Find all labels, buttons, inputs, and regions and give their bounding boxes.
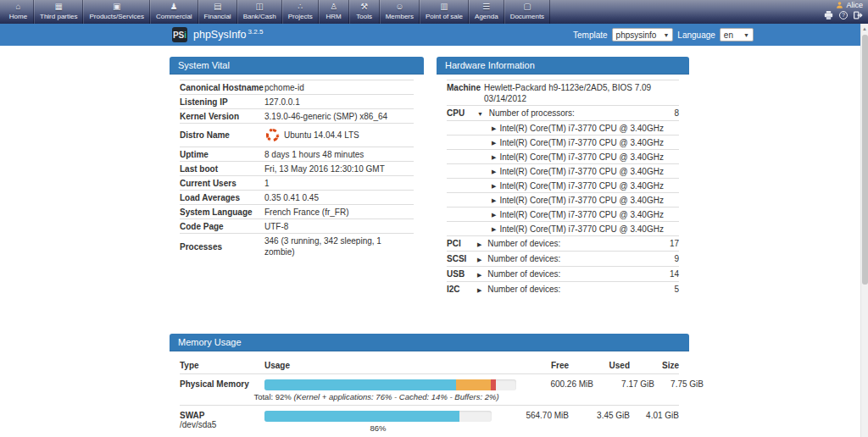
point-of-sale-icon: ▥ [440, 2, 448, 12]
row-value: 8 days 1 hours 48 minutes [264, 149, 414, 160]
cpu-core-name: Intel(R) Core(TM) i7-3770 CPU @ 3.40GHz [499, 137, 664, 148]
caption-detail: (Kernel + applications: 76% - Cached: 14… [293, 392, 498, 401]
row-label: CPU [447, 108, 474, 119]
expand-toggle-icon[interactable]: ▶ [492, 180, 496, 191]
expand-toggle-icon[interactable]: ▶ [492, 137, 496, 148]
menu-item-label: Projects [288, 13, 313, 21]
vital-row-current-users: Current Users 1 [180, 175, 414, 190]
menu-item-label: Commercial [156, 13, 192, 21]
memory-free: 600.26 MiB [530, 379, 593, 401]
template-select[interactable]: phpsysinfo ▼ [612, 28, 674, 41]
memory-size: 7.75 GiB [654, 379, 704, 401]
ubuntu-logo-icon [264, 127, 281, 143]
chevron-down-icon: ▼ [663, 32, 669, 38]
user-name: Alice [846, 1, 863, 9]
menu-item-label: Bank/Cash [243, 13, 276, 21]
vital-row-listening-ip: Listening IP 127.0.0.1 [180, 94, 414, 108]
vital-row-system-language: System Language French France (fr_FR) [180, 204, 414, 218]
menu-item-label: Point of sale [426, 13, 463, 21]
menu-item-members[interactable]: ☺ Members [380, 0, 420, 24]
row-label: Listening IP [180, 97, 264, 108]
expand-toggle-icon[interactable]: ▶ [492, 224, 496, 235]
row-value: UTF-8 [264, 221, 414, 232]
row-label: SCSI [447, 253, 474, 265]
row-label: Machine [447, 82, 481, 104]
language-select[interactable]: en ▼ [720, 28, 754, 41]
expand-toggle-icon[interactable]: ▶ [477, 241, 481, 247]
menu-item-financial[interactable]: ▤ Financial [198, 0, 237, 24]
menu-item-documents[interactable]: ▢ Documents [504, 0, 550, 24]
expand-toggle-icon[interactable]: ▶ [492, 209, 496, 220]
scrollbar-up-arrow-icon[interactable]: ▲ [861, 24, 868, 33]
cpu-count: 8 [674, 108, 679, 119]
menu-item-projects[interactable]: ∴ Projects [282, 0, 319, 24]
vital-row-kernel: Kernel Version 3.19.0-46-generic (SMP) x… [180, 108, 414, 123]
menu-item-label: Home [9, 13, 27, 21]
menu-item-products-services[interactable]: ▣ Products/Services [83, 0, 149, 24]
phpsysinfo-logo: PSi [172, 27, 187, 42]
cpu-core-row: ▶ Intel(R) Core(TM) i7-3770 CPU @ 3.40GH… [447, 120, 679, 135]
expand-toggle-icon[interactable]: ▶ [477, 287, 481, 293]
physical-memory-caption: Total: 92% (Kernel + applications: 76% -… [236, 392, 516, 401]
menu-item-bank-cash[interactable]: ◫ Bank/Cash [237, 0, 282, 24]
system-vital-panel: System Vital Canonical Hostname pchome-i… [170, 57, 424, 265]
hardware-row-machine: Machine Hewlett-Packard h9-1123e/2AD5, B… [447, 80, 679, 105]
collapse-toggle-icon[interactable]: ▼ [477, 111, 483, 117]
menu-item-label: Members [386, 13, 414, 21]
cpu-core-row: ▶ Intel(R) Core(TM) i7-3770 CPU @ 3.40GH… [447, 163, 679, 178]
chevron-down-icon: ▼ [743, 32, 749, 38]
user-menu[interactable]: Alice [836, 1, 863, 9]
projects-icon: ∴ [298, 2, 303, 12]
template-label: Template [573, 30, 608, 40]
documents-icon: ▢ [523, 2, 531, 12]
bar-segment-buffers [491, 379, 496, 390]
row-label: Canonical Hostname [180, 82, 264, 93]
expand-toggle-icon[interactable]: ▶ [477, 257, 481, 263]
home-icon: ⌂ [15, 2, 20, 12]
row-value: 3.19.0-46-generic (SMP) x86_64 [264, 111, 414, 122]
menu-item-hrm[interactable]: ♙ HRM [319, 0, 349, 24]
menu-item-point-of-sale[interactable]: ▥ Point of sale [420, 0, 469, 24]
menu-item-commercial[interactable]: ♟ Commercial [150, 0, 198, 24]
vertical-scrollbar[interactable]: ▲ [860, 24, 868, 437]
products-services-icon: ▣ [113, 2, 120, 12]
menu-item-third-parties[interactable]: ▦ Third parties [34, 0, 83, 24]
cpu-core-name: Intel(R) Core(TM) i7-3770 CPU @ 3.40GHz [499, 209, 664, 220]
bar-segment-swap [264, 411, 459, 422]
main-menubar: ⌂ Home ▦ Third parties ▣ Products/Servic… [0, 0, 868, 24]
expand-toggle-icon[interactable]: ▶ [492, 152, 496, 163]
device-summary: Number of devices: [487, 239, 560, 248]
device-count: 5 [674, 284, 679, 296]
help-icon[interactable]: ? [839, 11, 848, 19]
bar-segment-apps [264, 379, 456, 390]
cpu-core-name: Intel(R) Core(TM) i7-3770 CPU @ 3.40GHz [499, 123, 664, 134]
third-parties-icon: ▦ [55, 2, 63, 12]
expand-toggle-icon[interactable]: ▶ [492, 195, 496, 206]
hardware-heading: Hardware Information [437, 57, 689, 75]
swap-caption: 86% [264, 423, 492, 433]
expand-toggle-icon[interactable]: ▶ [477, 272, 481, 278]
device-count: 17 [670, 238, 679, 250]
agenda-icon: ☰ [482, 2, 490, 12]
memory-row-physical: Physical Memory Total: 92% (Kernel + app… [180, 374, 679, 406]
vital-row-load-averages: Load Averages 0.35 0.41 0.45 [180, 190, 414, 204]
app-version: 3.2.5 [248, 28, 264, 36]
hrm-icon: ♙ [330, 2, 337, 12]
col-used: Used [569, 361, 630, 370]
menu-item-agenda[interactable]: ☰ Agenda [469, 0, 504, 24]
device-summary: Number of devices: [487, 285, 560, 294]
expand-toggle-icon[interactable]: ▶ [492, 123, 496, 134]
bank-cash-icon: ◫ [255, 2, 263, 12]
row-value: French France (fr_FR) [264, 207, 414, 218]
row-label: Load Averages [180, 192, 264, 203]
print-icon[interactable] [824, 11, 833, 19]
cpu-core-name: Intel(R) Core(TM) i7-3770 CPU @ 3.40GHz [499, 166, 664, 177]
menu-item-home[interactable]: ⌂ Home [3, 0, 34, 24]
app-title: phpSysInfo [193, 30, 247, 41]
template-value: phpsysinfo [616, 30, 657, 40]
cpu-core-row: ▶ Intel(R) Core(TM) i7-3770 CPU @ 3.40GH… [447, 135, 679, 149]
logout-icon[interactable] [854, 11, 863, 19]
menu-item-tools[interactable]: ⚒ Tools [349, 0, 380, 24]
scrollbar-thumb[interactable] [862, 35, 868, 285]
expand-toggle-icon[interactable]: ▶ [492, 166, 496, 177]
